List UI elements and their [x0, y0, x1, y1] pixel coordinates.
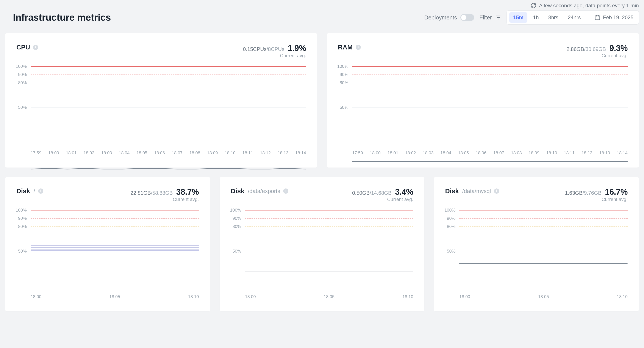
metric-title-text: Disk	[445, 187, 459, 195]
metric-title: Disk/data/exportsi	[231, 187, 288, 195]
card-head: RAMi2.86GB/30.69GB9.3%Current avg.	[338, 44, 628, 59]
range-24hrs[interactable]: 24hrs	[564, 12, 585, 23]
deployments-toggle-group: Deployments	[424, 14, 474, 21]
plot-area	[30, 210, 199, 292]
plot-area	[459, 210, 628, 292]
series	[352, 66, 628, 171]
info-icon[interactable]: i	[494, 189, 499, 194]
chart: 100%90%80%50%	[231, 210, 414, 292]
metric-pct: 1.9%	[288, 44, 306, 53]
date-label: Feb 19, 2025	[603, 15, 634, 21]
metric-total: /8CPUs	[266, 46, 284, 52]
y-tick-label: 80%	[18, 224, 27, 229]
y-tick-label: 50%	[232, 249, 241, 254]
chart: 100%90%80%50%	[16, 66, 306, 148]
metric-value: 0.50GB/14.68GB3.4%Current avg.	[352, 187, 413, 202]
card-disk-root: Disk/i22.81GB/58.88GB38.7%Current avg.10…	[5, 177, 210, 311]
date-picker-button[interactable]: Feb 19, 2025	[592, 13, 636, 22]
metric-used: 2.86GB	[567, 46, 584, 52]
metric-total: /30.69GB	[584, 46, 606, 52]
range-15m[interactable]: 15m	[509, 12, 528, 23]
metric-title-text: Disk	[231, 187, 244, 195]
x-axis: 18:0018:0518:10	[30, 294, 199, 299]
y-tick-label: 50%	[447, 249, 456, 254]
card-cpu: CPUi0.15CPUs/8CPUs1.9%Current avg.100%90…	[5, 33, 317, 167]
y-tick-label: 90%	[447, 216, 456, 221]
y-tick-label: 100%	[444, 208, 456, 213]
metric-value: 2.86GB/30.69GB9.3%Current avg.	[567, 44, 628, 59]
time-range-box: 15m 1h 8hrs 24hrs Feb 19, 2025	[506, 10, 639, 25]
metric-total: /58.88GB	[151, 190, 173, 196]
y-tick-label: 90%	[232, 216, 241, 221]
series	[459, 210, 628, 274]
y-tick-label: 100%	[230, 208, 241, 213]
series	[30, 210, 199, 274]
x-tick-label: 18:10	[617, 294, 628, 299]
disk-row: Disk/i22.81GB/58.88GB38.7%Current avg.10…	[5, 177, 639, 311]
metric-title: Disk/i	[16, 187, 43, 195]
metric-avg-label: Current avg.	[352, 197, 413, 202]
y-tick-label: 90%	[340, 72, 348, 77]
metric-pct: 3.4%	[395, 187, 414, 197]
metric-title: CPUi	[16, 44, 38, 51]
y-tick-label: 50%	[18, 249, 27, 254]
x-tick-label: 18:00	[245, 294, 256, 299]
plot-area	[30, 66, 306, 148]
info-icon[interactable]: i	[33, 45, 38, 50]
y-tick-label: 80%	[18, 80, 27, 85]
metric-avg-label: Current avg.	[243, 53, 306, 59]
x-tick-label: 18:10	[402, 294, 413, 299]
info-icon[interactable]: i	[283, 189, 288, 194]
x-tick-label: 18:00	[459, 294, 470, 299]
filter-icon	[495, 15, 501, 21]
card-head: CPUi0.15CPUs/8CPUs1.9%Current avg.	[16, 44, 306, 59]
card-head: Disk/data/mysqli1.63GB/9.76GB16.7%Curren…	[445, 187, 628, 202]
x-tick-label: 18:05	[538, 294, 549, 299]
chart: 100%90%80%50%	[16, 210, 199, 292]
calendar-icon	[594, 15, 600, 21]
plot-area	[245, 210, 414, 292]
x-axis: 18:0018:0518:10	[459, 294, 628, 299]
status-text: A few seconds ago, data points every 1 m…	[539, 3, 639, 9]
refresh-icon[interactable]	[530, 3, 536, 9]
x-tick-label: 18:05	[324, 294, 334, 299]
metric-subtitle: /data/exports	[248, 188, 280, 195]
top-row: CPUi0.15CPUs/8CPUs1.9%Current avg.100%90…	[5, 33, 639, 167]
chart: 100%90%80%50%	[338, 66, 628, 148]
card-head: Disk/data/exportsi0.50GB/14.68GB3.4%Curr…	[231, 187, 414, 202]
metric-used: 22.81GB	[130, 190, 151, 196]
metric-value: 1.63GB/9.76GB16.7%Current avg.	[565, 187, 628, 202]
metric-subtitle: /	[34, 188, 35, 195]
range-1h[interactable]: 1h	[529, 12, 543, 23]
metric-pct: 9.3%	[609, 44, 628, 53]
metric-used: 0.15CPUs	[243, 46, 266, 52]
metric-total: /14.68GB	[370, 190, 392, 196]
deployments-label: Deployments	[424, 14, 457, 21]
metric-title-text: CPU	[16, 44, 30, 51]
metric-title-text: Disk	[16, 187, 30, 195]
metric-value: 0.15CPUs/8CPUs1.9%Current avg.	[243, 44, 306, 59]
series-line	[30, 168, 306, 169]
y-tick-label: 100%	[16, 208, 27, 213]
metric-total: /9.76GB	[582, 190, 602, 196]
filter-group[interactable]: Filter	[479, 14, 501, 21]
x-tick-label: 18:00	[30, 294, 42, 299]
metric-used: 0.50GB	[352, 190, 370, 196]
info-icon[interactable]: i	[38, 189, 43, 194]
header-row: Infrastructure metrics Deployments Filte…	[5, 10, 639, 25]
range-8hrs[interactable]: 8hrs	[544, 12, 562, 23]
deployments-toggle[interactable]	[460, 14, 474, 21]
y-tick-label: 100%	[16, 64, 27, 69]
metric-pct: 16.7%	[605, 187, 628, 197]
series	[30, 66, 306, 171]
status-row: A few seconds ago, data points every 1 m…	[5, 3, 639, 9]
info-icon[interactable]: i	[356, 45, 361, 50]
metric-title-text: RAM	[338, 44, 352, 51]
svg-rect-3	[595, 16, 600, 20]
y-tick-label: 80%	[232, 224, 241, 229]
x-axis: 18:0018:0518:10	[245, 294, 414, 299]
header-controls: Deployments Filter 15m 1h 8hrs 24hrs Feb…	[424, 10, 639, 25]
y-tick-label: 50%	[340, 105, 348, 110]
card-ram: RAMi2.86GB/30.69GB9.3%Current avg.100%90…	[327, 33, 639, 167]
y-tick-label: 90%	[18, 216, 27, 221]
